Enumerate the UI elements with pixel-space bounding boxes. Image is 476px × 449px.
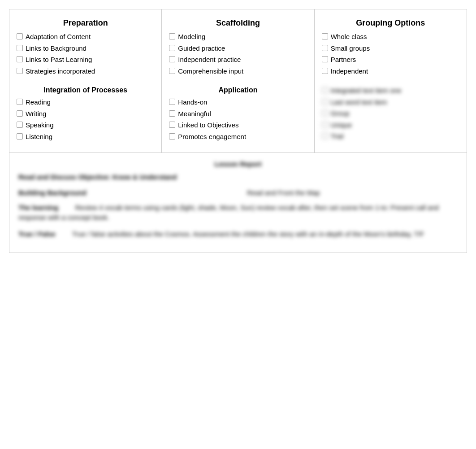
scaffolding-column: Scaffolding Modeling Guided practice Ind… <box>162 9 314 153</box>
item-text: Strategies incorporated <box>26 67 95 76</box>
checkbox-icon[interactable] <box>17 99 23 105</box>
checkbox-icon[interactable] <box>169 122 175 128</box>
checkbox-icon[interactable] <box>169 33 175 39</box>
checkbox-icon[interactable] <box>322 68 328 74</box>
blurred-text: Integrated text item one <box>331 86 402 95</box>
building-background-label: Building Background <box>18 189 229 196</box>
list-item: Strategies incorporated <box>17 67 154 76</box>
checkbox-icon[interactable] <box>17 45 23 51</box>
top-section: Preparation Adaptation of Content Links … <box>9 9 467 153</box>
checkbox-icon[interactable] <box>169 56 175 62</box>
item-text: Reading <box>26 98 51 107</box>
item-text: Promotes engagement <box>178 132 246 141</box>
list-item: Links to Past Learning <box>17 55 154 64</box>
list-item: Writing <box>17 109 154 118</box>
checkbox-icon[interactable] <box>322 45 328 51</box>
item-text: Linked to Objectives <box>178 121 238 130</box>
list-item: Modeling <box>169 32 307 41</box>
content: Read and Front the Map <box>247 189 320 196</box>
true-false-content: True / false activities about the Cosmos… <box>72 230 424 238</box>
list-item: Partners <box>322 55 459 64</box>
blurred-list-item: Last word text item <box>322 98 459 107</box>
item-text: Independent <box>331 67 368 76</box>
list-item: Links to Background <box>17 44 154 53</box>
item-text: Modeling <box>178 32 205 41</box>
item-text: Whole class <box>331 32 367 41</box>
bottom-row-2: Building Background Read and Front the M… <box>18 189 458 196</box>
checkbox-icon <box>322 99 328 105</box>
the-learning-label: The learning <box>18 204 74 211</box>
checkbox-icon[interactable] <box>17 122 23 128</box>
preparation-column: Preparation Adaptation of Content Links … <box>9 9 162 153</box>
grouping-header: Grouping Options <box>322 18 459 28</box>
list-item: Adaptation of Content <box>17 32 154 41</box>
list-item: Independent <box>322 67 459 76</box>
item-text: Guided practice <box>178 44 225 53</box>
list-item: Small groups <box>322 44 459 53</box>
blurred-list-item: Integrated text item one <box>322 86 459 95</box>
checkbox-icon[interactable] <box>17 33 23 39</box>
checkbox-icon[interactable] <box>17 110 23 117</box>
blurred-list-item: Unique <box>322 121 459 130</box>
page-wrapper: Preparation Adaptation of Content Links … <box>0 0 476 449</box>
list-item: Promotes engagement <box>169 132 307 141</box>
blurred-text: Group <box>331 109 350 118</box>
item-text: Links to Past Learning <box>26 55 92 64</box>
scaffolding-header: Scaffolding <box>169 18 307 28</box>
list-item: Independent practice <box>169 55 307 64</box>
the-learning-content: Review 4 vocab terms using cards (light,… <box>18 204 439 222</box>
item-text: Listening <box>26 132 52 141</box>
list-item: Hands-on <box>169 98 307 107</box>
blurred-section: Integrated text item one Last word text … <box>322 86 459 141</box>
checkbox-icon[interactable] <box>17 56 23 62</box>
integration-header: Integration of Processes <box>17 86 154 94</box>
checkbox-icon <box>322 110 328 116</box>
list-item: Listening <box>17 132 154 141</box>
checkbox-icon <box>322 133 328 139</box>
item-text: Links to Background <box>26 44 87 53</box>
list-item: Guided practice <box>169 44 307 53</box>
checkbox-icon[interactable] <box>169 68 175 74</box>
checkbox-icon[interactable] <box>169 45 175 51</box>
blurred-list-item: Group <box>322 109 459 118</box>
list-item: Linked to Objectives <box>169 121 307 130</box>
preparation-header: Preparation <box>17 18 154 28</box>
item-text: Partners <box>331 55 356 64</box>
list-item: Speaking <box>17 121 154 130</box>
item-text: Hands-on <box>178 98 207 107</box>
checkbox-icon[interactable] <box>322 56 328 62</box>
list-item: Comprehensible input <box>169 67 307 76</box>
item-text: Speaking <box>26 121 54 130</box>
bottom-row-4: True / False True / false activities abo… <box>18 229 458 240</box>
building-background-content: Read and Front the Map <box>247 189 458 196</box>
item-text: Comprehensible input <box>178 67 243 76</box>
item-text: Independent practice <box>178 55 241 64</box>
blurred-text: Last word text item <box>331 98 387 107</box>
blurred-text: Unique <box>331 121 352 130</box>
true-false-label: True / False <box>18 230 70 238</box>
grouping-column: Grouping Options Whole class Small group… <box>315 9 467 153</box>
bottom-row-1: Read and Discuss Objective: Know & Under… <box>18 172 458 183</box>
list-item: Meaningful <box>169 109 307 118</box>
checkbox-icon[interactable] <box>17 133 23 139</box>
bottom-title: Lesson Report <box>18 160 458 168</box>
bottom-row1-label: Read and Discuss Objective: Know & Under… <box>18 173 177 181</box>
checkbox-icon[interactable] <box>322 33 328 39</box>
bottom-section: Lesson Report Read and Discuss Objective… <box>9 153 467 253</box>
item-text: Adaptation of Content <box>26 32 91 41</box>
label: Building Background <box>18 189 87 196</box>
checkbox-icon[interactable] <box>169 110 175 117</box>
blurred-text: Trial <box>331 132 344 141</box>
item-text: Writing <box>26 109 46 118</box>
checkbox-icon[interactable] <box>169 133 175 139</box>
bottom-row-3: The learning Review 4 vocab terms using … <box>18 203 458 223</box>
checkbox-icon <box>322 87 328 93</box>
application-header: Application <box>169 86 307 94</box>
checkbox-icon[interactable] <box>17 68 23 74</box>
checkbox-icon <box>322 122 328 128</box>
list-item: Whole class <box>322 32 459 41</box>
checkbox-icon[interactable] <box>169 99 175 105</box>
item-text: Meaningful <box>178 109 211 118</box>
item-text: Small groups <box>331 44 370 53</box>
list-item: Reading <box>17 98 154 107</box>
